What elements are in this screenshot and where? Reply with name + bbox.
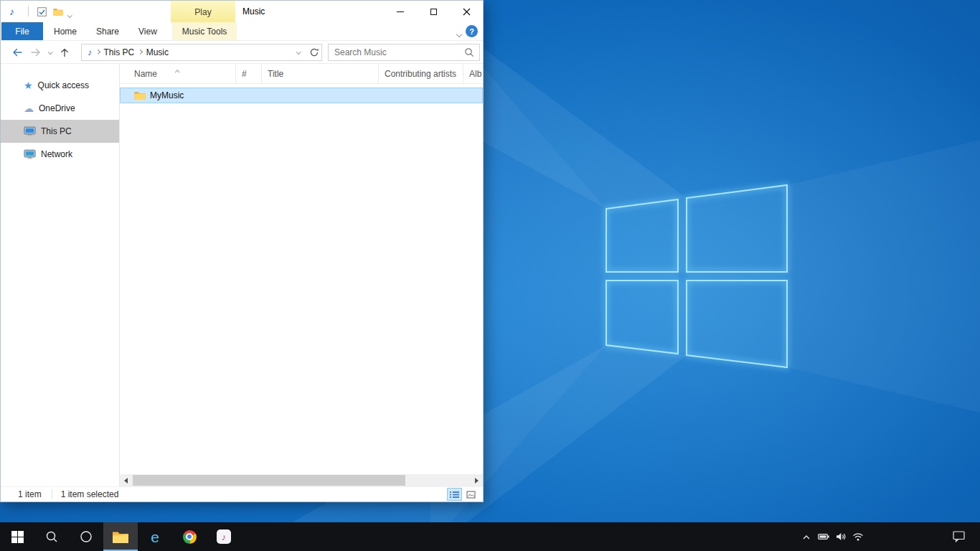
chevron-up-icon (802, 534, 811, 540)
search-icon (464, 47, 474, 57)
refresh-icon (309, 47, 319, 57)
view-large-icons-button[interactable] (463, 488, 479, 501)
tab-view[interactable]: View (128, 22, 167, 40)
navigation-pane: ★ Quick access ☁ OneDrive This PC (1, 64, 120, 486)
close-icon (463, 8, 471, 16)
view-details-button[interactable] (447, 488, 462, 501)
pc-icon (24, 126, 36, 136)
taskbar-search-button[interactable] (34, 522, 69, 551)
windows-logo-icon (11, 531, 24, 543)
star-icon: ★ (24, 80, 33, 90)
refresh-button[interactable] (306, 44, 321, 60)
network-button[interactable] (849, 522, 867, 551)
cloud-icon: ☁ (24, 103, 34, 113)
minimize-icon (397, 11, 404, 12)
back-button[interactable] (8, 43, 27, 62)
battery-button[interactable] (815, 522, 832, 551)
titlebar[interactable]: ♪ Play Music (1, 1, 483, 22)
explorer-window: ♪ Play Music (0, 0, 484, 502)
qat-dropdown-button[interactable] (68, 9, 72, 19)
file-row-mymusic[interactable]: MyMusic (120, 88, 483, 103)
search-box (328, 44, 480, 61)
sidebar-item-label: Network (41, 149, 72, 159)
main-content: ★ Quick access ☁ OneDrive This PC (1, 64, 483, 486)
column-header-title[interactable]: Title (262, 64, 379, 83)
scroll-thumb[interactable] (133, 475, 405, 486)
sidebar-item-onedrive[interactable]: ☁ OneDrive (1, 97, 119, 120)
tab-file[interactable]: File (1, 22, 43, 40)
help-button[interactable]: ? (466, 25, 478, 37)
window-title: Music (242, 1, 265, 22)
sidebar-item-label: OneDrive (39, 103, 75, 113)
system-tray (798, 522, 867, 551)
maximize-icon (430, 9, 437, 15)
column-header-album[interactable]: Alb (463, 64, 483, 83)
ribbon-collapse-button[interactable] (457, 29, 461, 39)
status-bar: 1 item 1 item selected (1, 486, 483, 501)
checkbox-icon (37, 7, 47, 17)
volume-icon (836, 532, 846, 541)
breadcrumb-separator-icon (138, 50, 142, 54)
minimize-button[interactable] (384, 1, 417, 22)
sidebar-item-network[interactable]: Network (1, 143, 119, 166)
address-dropdown-button[interactable] (291, 44, 306, 60)
taskbar-ie-button[interactable]: e (138, 522, 172, 551)
chrome-icon (183, 530, 197, 544)
breadcrumb-separator-icon (95, 50, 100, 54)
search-icon (45, 530, 58, 543)
ribbon-tab-row: File Home Share View Music Tools ? (1, 22, 483, 41)
file-name: MyMusic (150, 90, 184, 100)
status-item-count: 1 item (1, 489, 42, 499)
column-header-number[interactable]: # (236, 64, 262, 83)
breadcrumb-item-this-pc[interactable]: This PC (100, 47, 138, 57)
horizontal-scrollbar (120, 474, 483, 486)
taskbar: e ♪ (0, 522, 980, 551)
sidebar-item-this-pc[interactable]: This PC (1, 120, 119, 143)
contextual-tab-play[interactable]: Play (171, 1, 235, 24)
address-row: ♪ This PC Music (1, 41, 483, 64)
up-button[interactable] (55, 43, 74, 62)
back-arrow-icon (11, 47, 23, 57)
search-input[interactable] (329, 47, 464, 57)
taskbar-itunes-button[interactable]: ♪ (207, 522, 241, 551)
music-note-icon: ♪ (217, 529, 231, 544)
details-view-icon (450, 491, 459, 499)
breadcrumb-item-music[interactable]: Music (143, 47, 172, 57)
music-note-icon: ♪ (82, 47, 95, 57)
close-button[interactable] (450, 1, 483, 22)
sort-ascending-icon (176, 66, 179, 76)
address-bar[interactable]: ♪ This PC Music (81, 44, 322, 61)
folder-icon (53, 8, 63, 16)
start-button[interactable] (0, 522, 34, 551)
chevron-down-icon (456, 32, 462, 37)
tab-home[interactable]: Home (44, 22, 87, 40)
qat-properties-button[interactable] (35, 6, 48, 17)
column-header-contributing-artists[interactable]: Contributing artists (379, 64, 463, 83)
folder-icon (134, 91, 146, 100)
tab-share[interactable]: Share (87, 22, 128, 40)
maximize-button[interactable] (417, 1, 450, 22)
cortana-button[interactable] (69, 522, 103, 551)
tray-expand-button[interactable] (798, 522, 815, 551)
forward-button[interactable] (27, 43, 45, 62)
taskbar-chrome-button[interactable] (172, 522, 207, 551)
scroll-left-button[interactable] (120, 474, 132, 486)
file-list-area: Name # Title Contributing artists Alb My… (120, 64, 483, 486)
recent-locations-button[interactable] (45, 43, 55, 62)
sidebar-item-quick-access[interactable]: ★ Quick access (1, 74, 119, 97)
chevron-down-icon (48, 50, 52, 54)
column-headers: Name # Title Contributing artists Alb (120, 64, 483, 84)
qat-new-folder-button[interactable] (52, 6, 65, 17)
sidebar-item-label: This PC (41, 126, 72, 136)
chevron-down-icon (296, 50, 301, 54)
action-center-button[interactable] (943, 522, 974, 551)
ie-icon: e (151, 529, 159, 545)
large-icons-view-icon (466, 491, 476, 499)
action-center-icon (953, 531, 965, 542)
taskbar-explorer-button[interactable] (103, 522, 138, 551)
scroll-right-button[interactable] (471, 474, 483, 486)
tab-music-tools[interactable]: Music Tools (172, 22, 237, 40)
triangle-left-icon (124, 478, 128, 484)
volume-button[interactable] (832, 522, 849, 551)
battery-icon (818, 532, 829, 541)
